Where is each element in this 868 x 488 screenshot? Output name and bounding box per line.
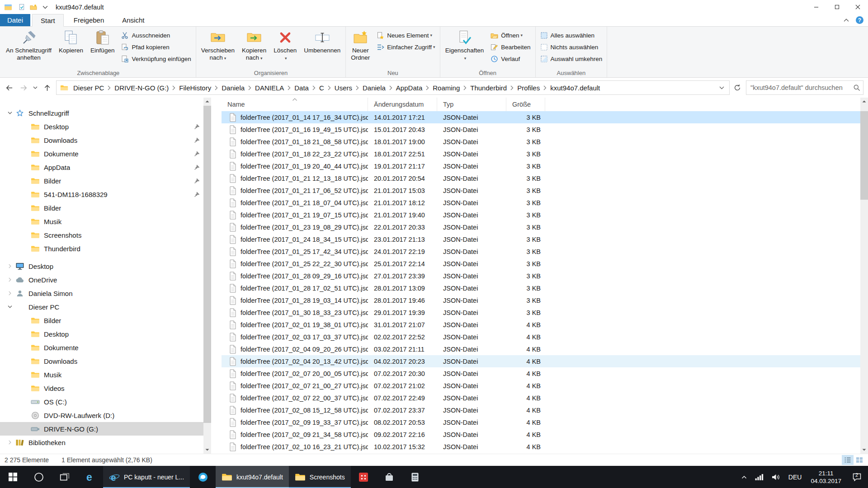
file-row[interactable]: folderTree (2017_01_21 18_07_04 UTC).jso… [222, 197, 868, 209]
breadcrumb-segment[interactable]: Users [331, 84, 356, 92]
ribbon-button-loeschen[interactable]: Löschen▾ [270, 28, 300, 67]
chevron-right-icon[interactable] [6, 440, 14, 445]
forward-button[interactable] [16, 80, 31, 95]
sidebar-item-screenshots[interactable]: Screenshots [0, 228, 211, 242]
breadcrumb-segment[interactable]: C [316, 84, 328, 92]
file-row[interactable]: folderTree (2017_02_01 19_38_01 UTC).jso… [222, 319, 868, 331]
column-header-size[interactable]: Größe [506, 98, 545, 111]
refresh-button[interactable] [731, 80, 744, 95]
taskbar-button-internet-explorer-window[interactable]: ePC kaputt - neuer L... [103, 466, 190, 488]
sidebar-item-dieser-pc[interactable]: Dieser PC [0, 300, 211, 314]
taskbar-button-messaging-app[interactable] [190, 466, 216, 488]
scroll-up-button[interactable] [203, 98, 211, 105]
file-row[interactable]: folderTree (2017_02_10 16_23_21 UTC).jso… [222, 441, 868, 453]
breadcrumb-segment[interactable]: DANIELA [251, 84, 288, 92]
qat-properties-button[interactable] [16, 1, 28, 13]
sidebar-item-bilder[interactable]: Bilder [0, 201, 211, 215]
file-row[interactable]: folderTree (2017_01_28 17_02_51 UTC).jso… [222, 282, 868, 294]
sidebar-item-onedrive[interactable]: OneDrive [0, 273, 211, 286]
ribbon-button-verknuepfung-einfuegen[interactable]: Verknüpfung einfügen [118, 53, 194, 65]
collapse-ribbon-button[interactable] [844, 19, 849, 22]
taskbar-button-explorer-screenshots[interactable]: Screenshots [289, 466, 351, 488]
address-history-button[interactable] [716, 81, 727, 94]
minimize-button[interactable] [806, 0, 826, 14]
sidebar-item-musik[interactable]: Musik [0, 368, 211, 381]
taskbar-button-search[interactable] [26, 466, 52, 488]
sidebar-item-thunderbird[interactable]: Thunderbird [0, 242, 211, 255]
breadcrumb-segment[interactable]: Daniela [359, 84, 389, 92]
action-center-button[interactable]: 2 [846, 466, 867, 488]
breadcrumb-segment[interactable]: FileHistory [175, 84, 215, 92]
file-row[interactable]: folderTree (2017_01_14 17_16_34 UTC).jso… [222, 111, 868, 123]
taskbar-button-pinned-app-calculator[interactable] [402, 466, 428, 488]
start-button[interactable] [0, 466, 26, 488]
ribbon-button-neues-element[interactable]: Neues Element▾ [373, 29, 438, 41]
sidebar-item-downloads[interactable]: Downloads [0, 354, 211, 368]
chevron-right-icon[interactable] [6, 291, 14, 296]
help-button[interactable]: ? [856, 16, 863, 24]
breadcrumb-segment[interactable]: AppData [392, 84, 426, 92]
taskbar-button-pinned-app-gray[interactable] [377, 466, 402, 488]
sidebar-item-desktop[interactable]: Desktop [0, 259, 211, 273]
thumbnails-view-button[interactable] [854, 455, 865, 465]
sidebar-item-dokumente[interactable]: Dokumente [0, 147, 211, 160]
chevron-down-icon[interactable] [6, 111, 14, 116]
tab-freigeben[interactable]: Freigeben [66, 14, 113, 26]
file-row[interactable]: folderTree (2017_02_09 19_33_37 UTC).jso… [222, 416, 868, 428]
details-view-button[interactable] [842, 455, 854, 465]
breadcrumb-segment[interactable]: Thunderbird [467, 84, 510, 92]
sidebar-item-desktop[interactable]: Desktop [0, 327, 211, 341]
sidebar-item-bibliotheken[interactable]: Bibliotheken [0, 436, 211, 449]
chevron-right-icon[interactable] [6, 277, 14, 282]
ribbon-button-verschieben-nach[interactable]: Verschiebennach▾ [198, 28, 238, 67]
search-input[interactable] [750, 84, 853, 91]
column-header-date[interactable]: Änderungsdatum [368, 98, 437, 111]
sidebar-item-downloads[interactable]: Downloads [0, 133, 211, 147]
ribbon-button-an-schnellzugriff-anheften[interactable]: An Schnellzugriffanheften [2, 28, 55, 67]
scrollbar-thumb[interactable] [860, 111, 868, 200]
ribbon-button-ausschneiden[interactable]: Ausschneiden [118, 29, 194, 41]
ribbon-button-umbenennen[interactable]: Umbenennen [300, 28, 344, 67]
qat-new-folder-button[interactable] [28, 1, 39, 13]
scrollbar-thumb[interactable] [203, 106, 211, 423]
scroll-down-button[interactable] [203, 446, 211, 454]
tray-overflow-button[interactable] [737, 466, 751, 488]
file-row[interactable]: folderTree (2017_02_07 20_00_05 UTC).jso… [222, 367, 868, 380]
file-row[interactable]: folderTree (2017_01_19 20_40_44 UTC).jso… [222, 160, 868, 172]
file-row[interactable]: folderTree (2017_01_23 19_08_29 UTC).jso… [222, 221, 868, 233]
file-row[interactable]: folderTree (2017_01_21 17_06_52 UTC).jso… [222, 184, 868, 197]
sidebar-item-musik[interactable]: Musik [0, 215, 211, 228]
maximize-button[interactable] [826, 0, 847, 14]
breadcrumb-segment[interactable]: Roaming [429, 84, 463, 92]
ribbon-button-einfuegen[interactable]: Einfügen [87, 28, 118, 67]
scroll-up-button[interactable] [860, 98, 868, 105]
chevron-down-icon[interactable] [6, 305, 14, 310]
breadcrumb-segment[interactable]: Data [291, 84, 312, 92]
file-row[interactable]: folderTree (2017_02_09 21_34_58 UTC).jso… [222, 428, 868, 441]
file-row[interactable]: folderTree (2017_01_28 09_29_16 UTC).jso… [222, 270, 868, 282]
sidebar-item-drive-n-go-g[interactable]: DRIVE-N-GO (G:) [0, 449, 211, 454]
file-row[interactable]: folderTree (2017_01_18 21_08_58 UTC).jso… [222, 136, 868, 148]
qat-customize-button[interactable] [39, 1, 51, 13]
tab-start[interactable]: Start [32, 14, 64, 27]
sidebar-item-541-dm118-1688329[interactable]: 541-DM118-1688329 [0, 188, 211, 201]
sidebar-item-desktop[interactable]: Desktop [0, 120, 211, 133]
taskbar-button-explorer-kxut94o7-default[interactable]: kxut94o7.default [216, 466, 289, 488]
volume-button[interactable] [768, 466, 784, 488]
recent-locations-button[interactable] [31, 80, 40, 95]
scroll-down-button[interactable] [860, 446, 868, 454]
tab-datei[interactable]: Datei [0, 14, 30, 26]
close-button[interactable] [847, 0, 868, 14]
file-row[interactable]: folderTree (2017_01_25 22_22_30 UTC).jso… [222, 258, 868, 270]
taskbar-button-task-view[interactable] [52, 466, 77, 488]
file-row[interactable]: folderTree (2017_02_04 09_20_26 UTC).jso… [222, 343, 868, 355]
ribbon-button-nichts-auswaehlen[interactable]: Nichts auswählen [537, 41, 606, 53]
column-header-type[interactable]: Typ [437, 98, 506, 111]
taskbar-button-edge[interactable]: e [77, 466, 103, 488]
file-row[interactable]: folderTree (2017_01_30 18_33_23 UTC).jso… [222, 306, 868, 319]
ribbon-button-alles-auswaehlen[interactable]: Alles auswählen [537, 29, 606, 41]
file-row[interactable]: folderTree (2017_02_07 21_00_27 UTC).jso… [222, 380, 868, 392]
ribbon-button-verlauf[interactable]: Verlauf [487, 53, 533, 65]
chevron-right-icon[interactable] [6, 264, 14, 269]
column-header-name[interactable]: Name [222, 98, 368, 111]
